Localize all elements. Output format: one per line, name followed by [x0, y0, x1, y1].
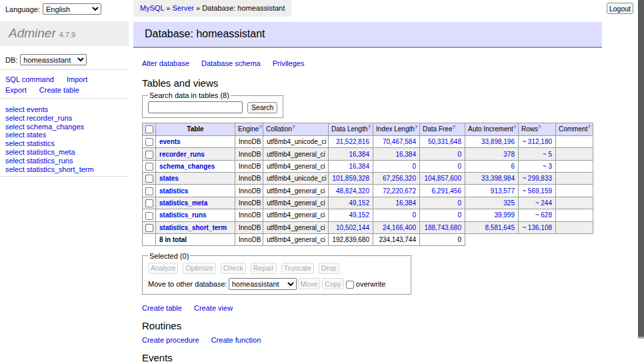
data-length-link[interactable]: 31,522,816	[336, 138, 369, 145]
data-free-link[interactable]: 0	[457, 199, 461, 207]
rows-link[interactable]: ~ 3	[543, 163, 552, 170]
breadcrumb-mysql-link[interactable]: MySQL	[140, 4, 164, 12]
sidebar-table-select-link[interactable]: select states	[5, 131, 46, 139]
copy-button[interactable]: Copy	[322, 278, 344, 289]
column-help-link[interactable]: ?	[538, 124, 541, 130]
rows-link[interactable]: ~ 628	[535, 211, 552, 219]
selected-action-button[interactable]: Analyze	[148, 263, 178, 274]
search-button[interactable]: Search	[247, 102, 277, 113]
action-link[interactable]: Alter database	[142, 59, 189, 67]
selected-action-button[interactable]: Check	[221, 263, 246, 274]
column-help-link[interactable]: ?	[259, 124, 261, 130]
sidebar-link[interactable]: SQL command	[5, 75, 54, 83]
data-free-link[interactable]: 0	[457, 211, 461, 219]
data-length-link[interactable]: 10,502,144	[336, 224, 369, 231]
language-select[interactable]: English	[43, 3, 101, 15]
auto-increment-link[interactable]: 8,581,645	[485, 224, 515, 231]
table-name-link[interactable]: statistics	[159, 187, 188, 195]
rows-link[interactable]: ~ 136,108	[522, 224, 552, 231]
row-checkbox[interactable]	[145, 175, 153, 183]
data-length-link[interactable]: 101,859,328	[332, 175, 369, 182]
index-length-link[interactable]: 0	[412, 211, 416, 219]
index-length-link[interactable]: 72,220,672	[383, 187, 416, 195]
selected-action-button[interactable]: Optimize	[183, 263, 215, 274]
auto-increment-link[interactable]: 33,398,984	[481, 175, 515, 182]
sidebar-table-select-link[interactable]: select recorder_runs	[5, 114, 72, 122]
table-name-link[interactable]: events	[159, 138, 181, 145]
logout-button[interactable]: Logout	[607, 3, 633, 14]
column-help-link[interactable]: ?	[368, 124, 371, 130]
selected-action-button[interactable]: Repair	[251, 263, 277, 274]
auto-increment-link[interactable]: 33,898,196	[481, 138, 515, 145]
auto-increment-link[interactable]: 6	[511, 163, 515, 170]
column-help-link[interactable]: ?	[513, 124, 516, 130]
sidebar-link[interactable]: Create table	[39, 86, 79, 94]
index-length-link[interactable]: 0	[412, 163, 416, 170]
rows-link[interactable]: ~ 5	[543, 151, 552, 158]
search-input[interactable]	[148, 101, 243, 113]
sidebar-table-select-link[interactable]: select events	[5, 105, 48, 113]
table-name-link[interactable]: statistics_short_term	[159, 224, 227, 231]
move-database-select[interactable]: homeassistant	[229, 278, 297, 290]
column-help-link[interactable]: ?	[292, 124, 295, 130]
row-checkbox[interactable]	[145, 187, 153, 195]
routines-link[interactable]: Create procedure	[142, 336, 199, 344]
table-name-link[interactable]: statistics_meta	[159, 199, 207, 207]
auto-increment-link[interactable]: 913,577	[491, 187, 515, 195]
data-length-link[interactable]: 16,384	[349, 151, 369, 158]
auto-increment-link[interactable]: 378	[503, 151, 515, 158]
sidebar-table-select-link[interactable]: select statistics_meta	[5, 148, 75, 156]
selected-action-button[interactable]: Truncate	[281, 263, 314, 274]
move-button[interactable]: Move	[298, 278, 321, 289]
column-help-link[interactable]: ?	[415, 124, 417, 130]
scrollbar[interactable]	[638, 0, 644, 362]
sidebar-table-select-link[interactable]: select statistics_runs	[5, 157, 73, 165]
create-link[interactable]: Create table	[142, 304, 182, 312]
index-length-link[interactable]: 16,384	[395, 151, 416, 158]
data-free-link[interactable]: 6,291,456	[432, 187, 462, 195]
sidebar-table-select-link[interactable]: select statistics	[5, 139, 55, 147]
data-free-link[interactable]: 50,331,648	[428, 138, 461, 145]
action-link[interactable]: Privileges	[273, 59, 305, 67]
data-length-link[interactable]: 49,152	[349, 199, 369, 207]
data-free-link[interactable]: 0	[457, 163, 461, 170]
sidebar-link[interactable]: Import	[67, 75, 87, 83]
column-help-link[interactable]: ?	[587, 124, 590, 130]
auto-increment-link[interactable]: 39,999	[494, 211, 515, 219]
index-length-link[interactable]: 70,467,584	[383, 138, 416, 145]
row-checkbox[interactable]	[145, 212, 153, 220]
data-length-link[interactable]: 49,152	[349, 211, 369, 219]
create-link[interactable]: Create view	[194, 304, 233, 312]
scrollbar-thumb[interactable]	[638, 0, 644, 337]
breadcrumb-server-link[interactable]: Server	[173, 4, 194, 12]
select-all-checkbox[interactable]	[145, 125, 153, 133]
row-checkbox[interactable]	[145, 163, 153, 171]
db-select[interactable]: homeassistant	[20, 54, 87, 65]
row-checkbox[interactable]	[145, 224, 153, 232]
rows-link[interactable]: ~ 244	[535, 199, 552, 207]
rows-link[interactable]: ~ 569,159	[522, 187, 552, 195]
selected-action-button[interactable]: Drop	[319, 263, 339, 274]
index-length-link[interactable]: 67,256,320	[383, 175, 416, 182]
table-name-link[interactable]: recorder_runs	[159, 151, 205, 158]
action-link[interactable]: Database schema	[201, 59, 261, 67]
row-checkbox[interactable]	[145, 199, 153, 207]
data-free-link[interactable]: 0	[457, 151, 461, 158]
data-free-link[interactable]: 188,743,680	[424, 224, 461, 231]
overwrite-checkbox[interactable]	[346, 281, 354, 289]
table-name-link[interactable]: schema_changes	[159, 163, 215, 170]
sidebar-table-select-link[interactable]: select schema_changes	[5, 123, 84, 131]
index-length-link[interactable]: 24,166,400	[383, 224, 416, 231]
rows-link[interactable]: ~ 312,180	[522, 138, 552, 145]
sidebar-table-select-link[interactable]: select statistics_short_term	[5, 165, 94, 173]
index-length-link[interactable]: 16,384	[395, 199, 416, 207]
sidebar-link[interactable]: Export	[5, 86, 27, 94]
data-length-link[interactable]: 48,824,320	[336, 187, 369, 195]
rows-link[interactable]: ~ 299,833	[522, 175, 552, 182]
auto-increment-link[interactable]: 325	[503, 199, 515, 207]
row-checkbox[interactable]	[145, 151, 153, 159]
data-free-link[interactable]: 104,857,600	[424, 175, 461, 182]
table-name-link[interactable]: states	[159, 175, 179, 182]
column-help-link[interactable]: ?	[452, 124, 455, 130]
routines-link[interactable]: Create function	[211, 336, 261, 344]
